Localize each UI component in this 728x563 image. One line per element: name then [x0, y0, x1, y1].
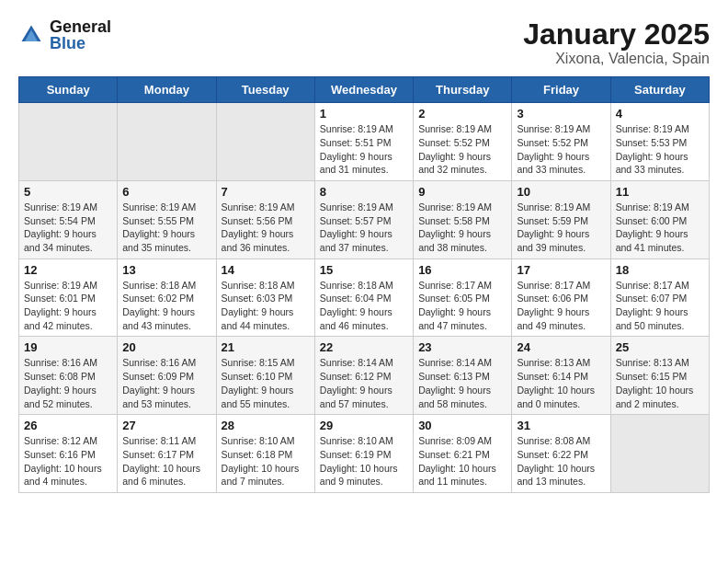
day-number: 6 [122, 185, 210, 199]
day-number: 16 [418, 263, 506, 277]
calendar-cell: 12Sunrise: 8:19 AM Sunset: 6:01 PM Dayli… [19, 259, 118, 337]
day-info: Sunrise: 8:19 AM Sunset: 6:01 PM Dayligh… [24, 279, 112, 333]
day-info: Sunrise: 8:19 AM Sunset: 5:54 PM Dayligh… [24, 201, 112, 255]
calendar-table: SundayMondayTuesdayWednesdayThursdayFrid… [18, 76, 710, 493]
day-info: Sunrise: 8:11 AM Sunset: 6:17 PM Dayligh… [122, 434, 210, 488]
day-info: Sunrise: 8:19 AM Sunset: 5:53 PM Dayligh… [616, 122, 704, 177]
calendar-header: SundayMondayTuesdayWednesdayThursdayFrid… [19, 77, 710, 103]
calendar-cell: 18Sunrise: 8:17 AM Sunset: 6:07 PM Dayli… [610, 259, 709, 337]
day-number: 20 [122, 340, 210, 354]
day-info: Sunrise: 8:14 AM Sunset: 6:13 PM Dayligh… [418, 356, 506, 410]
weekday-header-friday: Friday [512, 77, 610, 103]
day-info: Sunrise: 8:18 AM Sunset: 6:04 PM Dayligh… [320, 279, 408, 333]
day-info: Sunrise: 8:19 AM Sunset: 5:52 PM Dayligh… [418, 122, 506, 177]
day-number: 22 [320, 340, 408, 354]
day-number: 30 [418, 419, 506, 432]
calendar-title: January 2025 [523, 18, 710, 51]
calendar-cell: 22Sunrise: 8:14 AM Sunset: 6:12 PM Dayli… [314, 337, 413, 415]
day-info: Sunrise: 8:09 AM Sunset: 6:21 PM Dayligh… [418, 434, 506, 488]
calendar-week-2: 5Sunrise: 8:19 AM Sunset: 5:54 PM Daylig… [19, 180, 710, 259]
calendar-cell: 21Sunrise: 8:15 AM Sunset: 6:10 PM Dayli… [216, 337, 314, 415]
weekday-row: SundayMondayTuesdayWednesdayThursdayFrid… [19, 77, 710, 103]
day-info: Sunrise: 8:17 AM Sunset: 6:05 PM Dayligh… [418, 279, 506, 333]
day-number: 13 [122, 263, 210, 277]
calendar-cell: 2Sunrise: 8:19 AM Sunset: 5:52 PM Daylig… [414, 103, 512, 181]
calendar-cell: 16Sunrise: 8:17 AM Sunset: 6:05 PM Dayli… [414, 259, 512, 337]
day-number: 29 [320, 419, 408, 432]
day-number: 28 [222, 419, 310, 432]
day-number: 31 [517, 419, 605, 432]
calendar-cell: 1Sunrise: 8:19 AM Sunset: 5:51 PM Daylig… [314, 103, 413, 181]
day-number: 8 [320, 185, 408, 199]
title-block: January 2025 Xixona, Valencia, Spain [523, 18, 710, 67]
calendar-cell [118, 103, 216, 181]
logo-general: General [50, 18, 111, 35]
day-number: 27 [122, 419, 210, 432]
day-info: Sunrise: 8:19 AM Sunset: 5:57 PM Dayligh… [320, 201, 408, 255]
day-number: 12 [24, 263, 112, 277]
day-info: Sunrise: 8:16 AM Sunset: 6:08 PM Dayligh… [24, 356, 112, 410]
day-info: Sunrise: 8:14 AM Sunset: 6:12 PM Dayligh… [320, 356, 408, 410]
page-header: General Blue January 2025 Xixona, Valenc… [18, 18, 710, 67]
day-info: Sunrise: 8:16 AM Sunset: 6:09 PM Dayligh… [122, 356, 210, 410]
logo-blue: Blue [50, 35, 111, 52]
calendar-cell: 29Sunrise: 8:10 AM Sunset: 6:19 PM Dayli… [314, 415, 413, 493]
calendar-cell: 14Sunrise: 8:18 AM Sunset: 6:03 PM Dayli… [216, 259, 314, 337]
day-info: Sunrise: 8:13 AM Sunset: 6:15 PM Dayligh… [616, 356, 704, 410]
calendar-cell: 5Sunrise: 8:19 AM Sunset: 5:54 PM Daylig… [19, 180, 118, 259]
day-number: 10 [517, 185, 605, 199]
day-number: 19 [24, 340, 112, 354]
calendar-cell: 15Sunrise: 8:18 AM Sunset: 6:04 PM Dayli… [314, 259, 413, 337]
calendar-cell: 11Sunrise: 8:19 AM Sunset: 6:00 PM Dayli… [610, 180, 709, 259]
day-info: Sunrise: 8:19 AM Sunset: 5:55 PM Dayligh… [122, 201, 210, 255]
calendar-week-4: 19Sunrise: 8:16 AM Sunset: 6:08 PM Dayli… [19, 337, 710, 415]
logo: General Blue [18, 18, 111, 52]
day-number: 5 [24, 185, 112, 199]
weekday-header-saturday: Saturday [610, 77, 709, 103]
calendar-cell: 19Sunrise: 8:16 AM Sunset: 6:08 PM Dayli… [19, 337, 118, 415]
calendar-week-1: 1Sunrise: 8:19 AM Sunset: 5:51 PM Daylig… [19, 103, 710, 181]
logo-text: General Blue [50, 18, 111, 52]
calendar-cell: 17Sunrise: 8:17 AM Sunset: 6:06 PM Dayli… [512, 259, 610, 337]
calendar-cell: 4Sunrise: 8:19 AM Sunset: 5:53 PM Daylig… [610, 103, 709, 181]
calendar-cell: 24Sunrise: 8:13 AM Sunset: 6:14 PM Dayli… [512, 337, 610, 415]
calendar-cell: 10Sunrise: 8:19 AM Sunset: 5:59 PM Dayli… [512, 180, 610, 259]
weekday-header-sunday: Sunday [19, 77, 118, 103]
calendar-cell: 9Sunrise: 8:19 AM Sunset: 5:58 PM Daylig… [414, 180, 512, 259]
calendar-cell: 13Sunrise: 8:18 AM Sunset: 6:02 PM Dayli… [118, 259, 216, 337]
calendar-cell [216, 103, 314, 181]
day-number: 7 [222, 185, 310, 199]
weekday-header-tuesday: Tuesday [216, 77, 314, 103]
calendar-cell: 25Sunrise: 8:13 AM Sunset: 6:15 PM Dayli… [610, 337, 709, 415]
day-info: Sunrise: 8:17 AM Sunset: 6:07 PM Dayligh… [616, 279, 704, 333]
day-info: Sunrise: 8:17 AM Sunset: 6:06 PM Dayligh… [517, 279, 605, 333]
calendar-cell: 3Sunrise: 8:19 AM Sunset: 5:52 PM Daylig… [512, 103, 610, 181]
calendar-subtitle: Xixona, Valencia, Spain [523, 51, 710, 67]
weekday-header-wednesday: Wednesday [314, 77, 413, 103]
weekday-header-thursday: Thursday [414, 77, 512, 103]
calendar-week-3: 12Sunrise: 8:19 AM Sunset: 6:01 PM Dayli… [19, 259, 710, 337]
day-number: 23 [418, 340, 506, 354]
day-info: Sunrise: 8:10 AM Sunset: 6:18 PM Dayligh… [222, 434, 310, 488]
day-info: Sunrise: 8:13 AM Sunset: 6:14 PM Dayligh… [517, 356, 605, 410]
day-number: 1 [320, 107, 408, 121]
day-info: Sunrise: 8:19 AM Sunset: 5:58 PM Dayligh… [418, 201, 506, 255]
calendar-cell: 8Sunrise: 8:19 AM Sunset: 5:57 PM Daylig… [314, 180, 413, 259]
calendar-cell: 28Sunrise: 8:10 AM Sunset: 6:18 PM Dayli… [216, 415, 314, 493]
day-number: 2 [418, 107, 506, 121]
calendar-cell: 6Sunrise: 8:19 AM Sunset: 5:55 PM Daylig… [118, 180, 216, 259]
calendar-cell [610, 415, 709, 493]
day-info: Sunrise: 8:18 AM Sunset: 6:03 PM Dayligh… [222, 279, 310, 333]
calendar-cell: 26Sunrise: 8:12 AM Sunset: 6:16 PM Dayli… [19, 415, 118, 493]
calendar-cell: 7Sunrise: 8:19 AM Sunset: 5:56 PM Daylig… [216, 180, 314, 259]
day-number: 4 [616, 107, 704, 121]
calendar-cell [19, 103, 118, 181]
day-number: 26 [24, 419, 112, 432]
weekday-header-monday: Monday [118, 77, 216, 103]
day-info: Sunrise: 8:19 AM Sunset: 6:00 PM Dayligh… [616, 201, 704, 255]
day-info: Sunrise: 8:19 AM Sunset: 5:59 PM Dayligh… [517, 201, 605, 255]
day-info: Sunrise: 8:15 AM Sunset: 6:10 PM Dayligh… [222, 356, 310, 410]
calendar-cell: 30Sunrise: 8:09 AM Sunset: 6:21 PM Dayli… [414, 415, 512, 493]
day-number: 21 [222, 340, 310, 354]
day-info: Sunrise: 8:18 AM Sunset: 6:02 PM Dayligh… [122, 279, 210, 333]
